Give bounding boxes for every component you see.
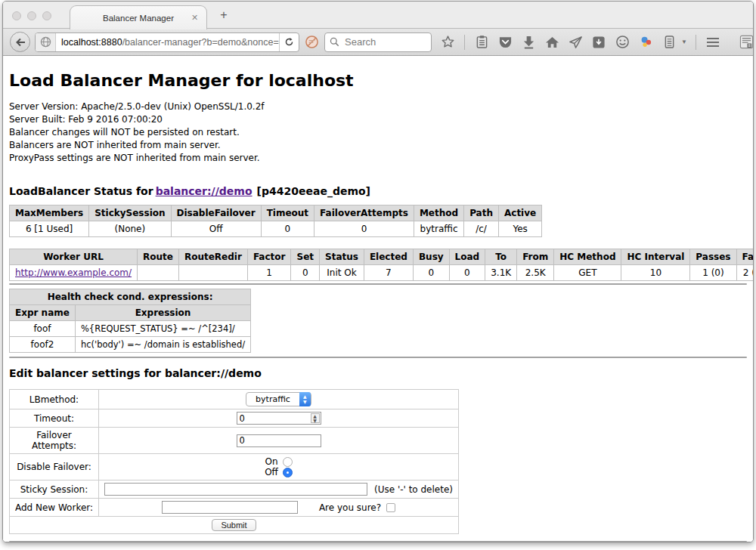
- feedback-button[interactable]: [614, 34, 631, 51]
- select-stepper-icon: ▲▼: [299, 392, 311, 406]
- send-tab-icon: [569, 36, 583, 49]
- cell-timeout: 0: [261, 221, 314, 237]
- search-input[interactable]: [343, 36, 419, 48]
- bookmark-star-button[interactable]: [439, 34, 456, 51]
- col-to: To: [485, 249, 517, 265]
- col-hc-interval: HC Interval: [621, 249, 690, 265]
- col-routeredir: RouteRedir: [178, 249, 247, 265]
- col-load: Load: [449, 249, 485, 265]
- edit-settings-heading: Edit balancer settings for balancer://de…: [9, 367, 747, 379]
- cell-status: Init Ok: [320, 265, 364, 281]
- loadbalancer-status-heading: LoadBalancer Status forbalancer://demo[p…: [9, 185, 747, 197]
- pocket-button[interactable]: [497, 34, 513, 51]
- cell-expr-name: foof: [10, 321, 76, 337]
- save-page-button[interactable]: [590, 34, 607, 51]
- health-check-table: Health check cond. expressions: Expr nam…: [9, 289, 251, 353]
- toolbar-separator: [696, 35, 696, 50]
- site-identity[interactable]: [36, 33, 56, 51]
- timeout-label: Timeout:: [10, 409, 99, 428]
- number-spinner-icon[interactable]: ▲▼: [311, 413, 320, 423]
- globe-icon: [40, 36, 51, 48]
- server-info: Server Version: Apache/2.5.0-dev (Unix) …: [9, 100, 747, 165]
- zoom-window-button[interactable]: [42, 11, 51, 20]
- star-icon: [441, 35, 455, 49]
- url-bar[interactable]: localhost:8880/balancer-manager?b=demo&n…: [35, 32, 299, 52]
- lbmethod-select[interactable]: bytraffic ▲▼: [246, 392, 311, 406]
- page-bottom-divider: [9, 541, 747, 542]
- downloads-icon: [522, 35, 535, 49]
- balancer-demo-link[interactable]: balancer://demo: [156, 185, 253, 197]
- new-tab-button[interactable]: [216, 8, 231, 23]
- col-status: Status: [320, 249, 364, 265]
- col-failoverattempts: FailoverAttempts: [314, 205, 414, 221]
- cell-factor: 1: [247, 265, 291, 281]
- minimize-window-button[interactable]: [27, 11, 36, 20]
- cell-worker-url: http://www.example.com/: [10, 265, 138, 281]
- url-path: /balancer-manager?b=demo&nonce=decc37be-…: [122, 37, 279, 48]
- close-window-button[interactable]: [12, 11, 21, 20]
- are-you-sure-label: Are you sure?: [319, 502, 381, 513]
- table-row: 6 [1 Used] (None) Off 0 0 bytraffic /c/ …: [10, 221, 542, 237]
- overflow-caret-icon[interactable]: ▼: [681, 39, 687, 45]
- navigation-toolbar: localhost:8880/balancer-manager?b=demo&n…: [3, 29, 753, 56]
- back-icon: [15, 38, 26, 47]
- col-method: Method: [414, 205, 463, 221]
- disable-failover-off-radio[interactable]: [283, 468, 293, 477]
- col-factor: Factor: [247, 249, 291, 265]
- failover-attempts-label: Failover Attempts:: [10, 428, 99, 454]
- table-header-row: MaxMembers StickySession DisableFailover…: [10, 205, 542, 221]
- page-content: Load Balancer Manager for localhost Serv…: [3, 71, 753, 542]
- are-you-sure-checkbox[interactable]: [386, 503, 395, 512]
- add-worker-input[interactable]: [162, 501, 298, 514]
- cell-hc-method: GET: [554, 265, 621, 281]
- col-set: Set: [291, 249, 320, 265]
- home-button[interactable]: [544, 34, 560, 51]
- reload-button[interactable]: [279, 33, 299, 51]
- timeout-input[interactable]: [237, 412, 321, 425]
- form-row-submit: Submit: [10, 517, 459, 534]
- bookmarks-menu-button[interactable]: [473, 34, 490, 51]
- col-from: From: [517, 249, 554, 265]
- col-hc-method: HC Method: [554, 249, 621, 265]
- cell-load: 0: [449, 265, 485, 281]
- col-expr-name: Expr name: [10, 305, 76, 321]
- downloads-button[interactable]: [520, 34, 537, 51]
- blocked-content-icon: [305, 35, 319, 49]
- tab-title: Balancer Manager: [103, 14, 174, 23]
- health-table-title: Health check cond. expressions:: [10, 289, 251, 305]
- screenshot-grid-button[interactable]: [739, 34, 754, 51]
- url-input[interactable]: localhost:8880/balancer-manager?b=demo&n…: [56, 37, 279, 48]
- disable-failover-on-radio[interactable]: [283, 457, 293, 467]
- worker-row: http://www.example.com/ 1 0 Init Ok 7 0 …: [10, 265, 754, 281]
- col-timeout: Timeout: [261, 205, 314, 221]
- toolbar-icons: ▼: [439, 34, 754, 51]
- browser-window: Balancer Manager localhost:8880/balancer…: [2, 1, 754, 542]
- extension-dots-button[interactable]: [637, 34, 654, 51]
- sticky-session-hint: (Use '-' to delete): [374, 484, 453, 495]
- form-row-lbmethod: LBmethod: bytraffic ▲▼: [10, 390, 459, 409]
- tab-balancer-manager[interactable]: Balancer Manager: [70, 5, 207, 29]
- cell-maxmembers: 6 [1 Used]: [10, 221, 89, 237]
- sticky-session-input[interactable]: [104, 483, 367, 496]
- container-tabs-button[interactable]: [661, 34, 677, 51]
- toolbar-separator: [464, 35, 465, 50]
- table-header-row: Expr name Expression: [10, 305, 251, 321]
- cell-stickysession: (None): [89, 221, 171, 237]
- tab-close-icon[interactable]: [190, 13, 200, 23]
- send-tab-button[interactable]: [567, 34, 584, 51]
- home-icon: [545, 36, 559, 49]
- form-row-sticky-session: Sticky Session: (Use '-' to delete): [10, 480, 459, 499]
- menu-button[interactable]: [705, 34, 721, 51]
- col-passes: Passes: [690, 249, 736, 265]
- failover-attempts-input[interactable]: [237, 434, 321, 447]
- form-row-failover-attempts: Failover Attempts:: [10, 428, 459, 454]
- proxypass-notice-line: ProxyPass settings are NOT inherited fro…: [9, 152, 747, 165]
- worker-url-link[interactable]: http://www.example.com/: [15, 267, 132, 278]
- expr-row: foof2 hc('body') =~ /domain is establish…: [10, 337, 251, 353]
- cell-elected: 7: [364, 265, 413, 281]
- form-row-timeout: Timeout: ▲▼: [10, 409, 459, 428]
- search-bar[interactable]: [324, 32, 432, 52]
- submit-button[interactable]: Submit: [212, 519, 256, 531]
- back-button[interactable]: [10, 32, 30, 52]
- blocked-content-button[interactable]: [305, 33, 319, 51]
